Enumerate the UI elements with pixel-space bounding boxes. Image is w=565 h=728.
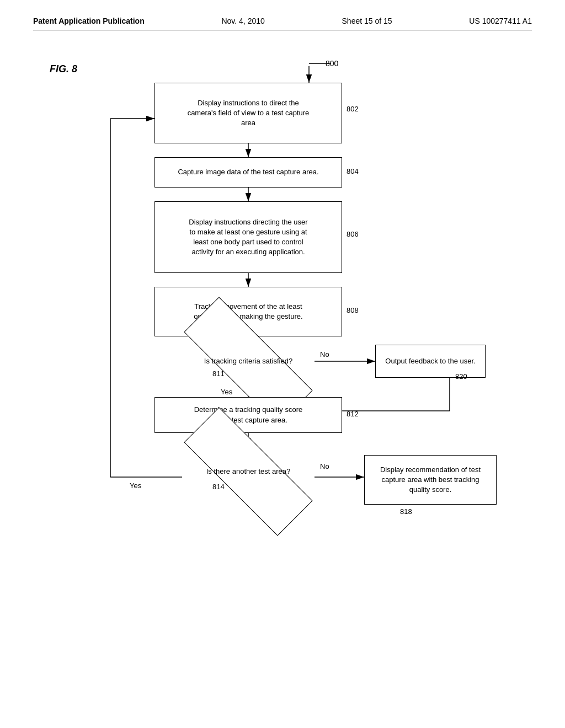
no-tracking-label: No [320, 350, 329, 358]
page: Patent Application Publication Nov. 4, 2… [0, 0, 565, 728]
box-818: Display recommendation of test capture a… [364, 455, 497, 505]
label-820: 820 [455, 372, 467, 381]
diagram-area: FIG. 8 800 [33, 36, 532, 687]
label-811: 811 [212, 370, 225, 378]
yes-tracking-label: Yes [221, 388, 232, 396]
diamond-811: Is tracking criteria satisfied? [182, 336, 315, 386]
label-818: 818 [400, 507, 412, 516]
label-802: 802 [347, 105, 359, 113]
header-sheet: Sheet 15 of 15 [342, 17, 392, 25]
label-806: 806 [347, 230, 359, 238]
box-820: Output feedback to the user. [375, 345, 486, 378]
box-804: Capture image data of the test capture a… [154, 157, 342, 188]
box-802: Display instructions to direct the camer… [154, 83, 342, 143]
label-812: 812 [347, 410, 359, 418]
no-another-label: No [320, 462, 329, 470]
fig-label: FIG. 8 [50, 63, 77, 75]
header-date: Nov. 4, 2010 [221, 17, 264, 25]
label-804: 804 [347, 167, 359, 175]
page-header: Patent Application Publication Nov. 4, 2… [33, 17, 532, 30]
header-left: Patent Application Publication [33, 17, 145, 25]
label-814: 814 [212, 483, 225, 491]
label-808: 808 [347, 306, 359, 314]
diagram-ref-label: 800 [326, 59, 338, 68]
box-806: Display instructions directing the user … [154, 201, 342, 273]
header-patent: US 100277411 A1 [469, 17, 532, 25]
box-812: Determine a tracking quality score for t… [154, 397, 342, 433]
yes-another-label: Yes [130, 481, 141, 490]
diamond-814: Is there another test area? [182, 447, 315, 496]
